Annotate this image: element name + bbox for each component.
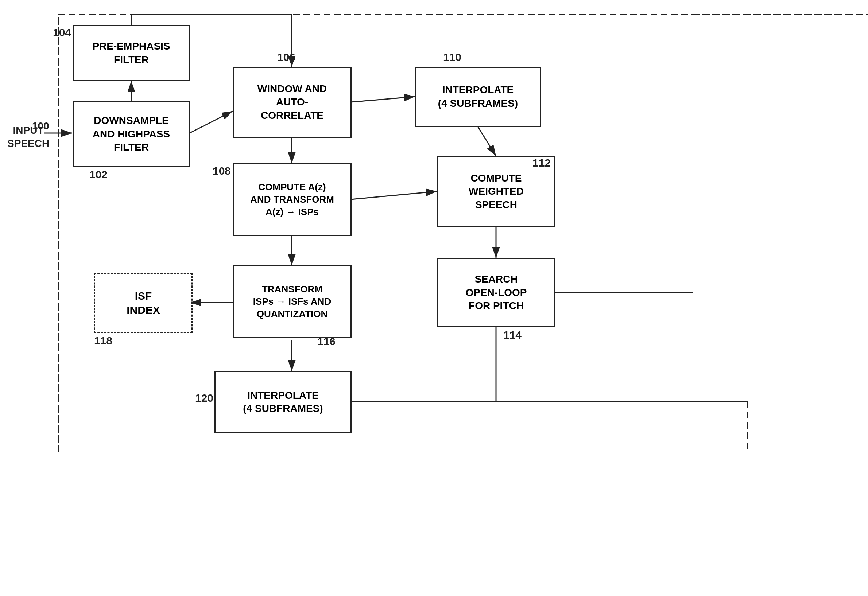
label-112: 112 <box>532 157 551 169</box>
transform-isps-block: TRANSFORMISPs → ISFs ANDQUANTIZATION <box>233 266 352 338</box>
svg-line-16 <box>478 127 496 156</box>
label-104: 104 <box>53 26 71 38</box>
isf-index-block: ISFINDEX <box>94 273 192 333</box>
label-110: 110 <box>443 51 461 63</box>
downsample-block: DOWNSAMPLEAND HIGHPASSFILTER <box>73 101 190 167</box>
label-118: 118 <box>94 335 112 347</box>
window-correlate-block: WINDOW ANDAUTO-CORRELATE <box>233 67 352 138</box>
label-120: 120 <box>195 392 213 404</box>
label-106: 106 <box>277 51 296 63</box>
interpolate-bottom-block: INTERPOLATE(4 SUBFRAMES) <box>214 371 352 433</box>
interpolate-top-block: INTERPOLATE(4 SUBFRAMES) <box>415 67 541 127</box>
label-100: 100 <box>32 120 49 132</box>
svg-line-7 <box>190 111 233 133</box>
label-102: 102 <box>89 168 108 181</box>
svg-line-15 <box>351 97 415 102</box>
pre-emphasis-block: PRE-EMPHASISFILTER <box>73 25 190 81</box>
label-114: 114 <box>503 329 522 341</box>
label-108: 108 <box>213 165 231 177</box>
diagram: INPUTSPEECH 100 PRE-EMPHASISFILTER 104 D… <box>0 0 868 596</box>
search-open-loop-block: SEARCHOPEN-LOOPFOR PITCH <box>437 258 556 328</box>
compute-az-block: COMPUTE A(z)AND TRANSFORMA(z) → ISPs <box>233 163 352 236</box>
label-116: 116 <box>317 335 336 348</box>
svg-line-17 <box>351 191 437 199</box>
